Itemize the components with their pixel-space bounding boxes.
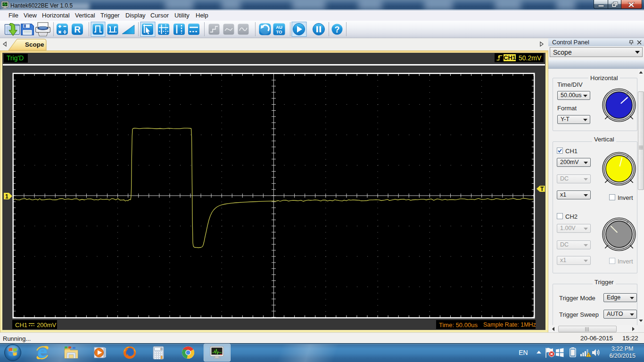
svg-text:EN: EN	[519, 349, 528, 356]
svg-text:T: T	[540, 186, 544, 192]
svg-text:R: R	[74, 25, 81, 34]
svg-text:?: ?	[335, 25, 340, 34]
svg-text:Scope: Scope	[25, 41, 44, 48]
svg-text:TO: TO	[276, 29, 282, 34]
svg-text:1: 1	[5, 193, 8, 200]
svg-text:!: !	[588, 353, 589, 357]
svg-text:0: 0	[160, 348, 162, 351]
svg-text:AU: AU	[276, 25, 282, 30]
